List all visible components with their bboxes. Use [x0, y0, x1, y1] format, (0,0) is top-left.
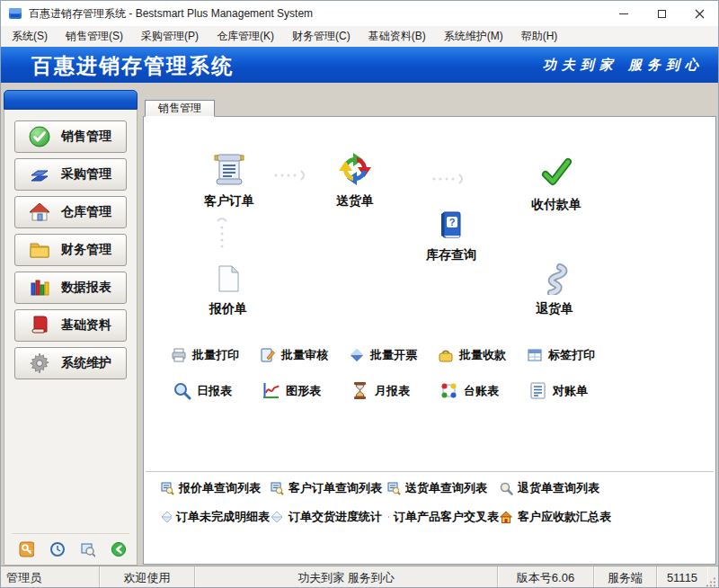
divider: [146, 471, 714, 472]
action-batch-collect[interactable]: 批量收款: [438, 347, 527, 363]
flow-inventory-query[interactable]: ? 库存查询: [408, 209, 494, 263]
link-label: 退货单查询列表: [518, 480, 599, 496]
action-graph-report[interactable]: 图形表: [262, 381, 351, 400]
status-server-mode: 服务端: [594, 566, 657, 588]
red-book-icon: [28, 314, 51, 337]
link-order-delivery-progress[interactable]: 订单交货进度统计: [270, 509, 386, 525]
flow-label: 库存查询: [408, 247, 494, 263]
action-ledger-report[interactable]: 台账表: [439, 381, 528, 400]
flow-label: 退货单: [511, 301, 598, 317]
tab-sales-management[interactable]: 销售管理: [145, 100, 215, 117]
svg-text:?: ?: [449, 217, 456, 227]
sidebar-item-maintenance[interactable]: 系统维护: [14, 347, 127, 379]
link-label: 报价单查询列表: [179, 480, 261, 496]
bar-chart-icon: [28, 276, 51, 299]
action-batch-audit[interactable]: 批量审核: [260, 347, 349, 363]
maximize-icon: [658, 10, 666, 18]
action-row-1: 批量打印 批量审核 批量开票 批量收款 标签打印: [171, 347, 616, 363]
link-order-product-customer-cross[interactable]: 订单产品客户交叉表: [386, 509, 499, 525]
maximize-button[interactable]: [643, 1, 680, 26]
link-label: 订单产品客户交叉表: [394, 509, 499, 525]
light-diamond-icon: [386, 510, 389, 524]
action-label: 台账表: [464, 383, 499, 399]
close-button[interactable]: [680, 1, 718, 26]
status-slogan: 功夫到家 服务到心: [195, 566, 498, 588]
yellow-purse-icon: [438, 347, 454, 363]
flow-quotation[interactable]: 报价单: [185, 263, 271, 317]
banner-slogan: 功夫到家 服务到心: [543, 57, 704, 74]
link-label: 客户应收款汇总表: [518, 509, 611, 525]
action-batch-invoice[interactable]: 批量开票: [349, 347, 438, 363]
sidebar-header-strip: [4, 90, 138, 110]
menu-bar: 系统(S) 销售管理(S) 采购管理(P) 仓库管理(K) 财务管理(C) 基础…: [1, 26, 718, 47]
light-diamond-icon: [160, 510, 172, 524]
sidebar-item-warehouse[interactable]: 仓库管理: [14, 196, 127, 228]
magnifier-small-icon: [499, 481, 513, 495]
clock-icon[interactable]: [49, 541, 65, 557]
minimize-icon: [619, 13, 628, 14]
link-customer-receivable-summary[interactable]: 客户应收款汇总表: [499, 509, 652, 525]
printer-icon: [171, 347, 187, 363]
action-label: 月报表: [375, 383, 410, 399]
menu-help[interactable]: 帮助(H): [512, 26, 567, 47]
link-unfinished-order-detail[interactable]: 订单未完成明细表: [160, 509, 270, 525]
menu-purchase[interactable]: 采购管理(P): [132, 26, 208, 47]
link-delivery-query-list[interactable]: 送货单查询列表: [386, 480, 499, 496]
resize-grip[interactable]: [706, 576, 716, 587]
flow-delivery-note[interactable]: 送货单: [312, 151, 398, 209]
action-daily-report[interactable]: 日报表: [173, 381, 262, 400]
action-statement[interactable]: 对账单: [528, 381, 617, 400]
tab-label: 销售管理: [158, 101, 201, 116]
menu-system[interactable]: 系统(S): [3, 26, 57, 47]
link-customer-order-query-list[interactable]: 客户订单查询列表: [270, 480, 386, 496]
menu-finance[interactable]: 财务管理(C): [283, 26, 360, 47]
flow-receipt-payment[interactable]: 收付款单: [513, 155, 599, 213]
action-label: 批量审核: [281, 347, 328, 363]
action-label: 图形表: [286, 383, 321, 399]
flow-return-note[interactable]: 退货单: [511, 263, 598, 317]
sidebar-item-basedata[interactable]: 基础资料: [14, 309, 127, 342]
action-row-2: 日报表 图形表 月报表 台账表 对账单: [173, 381, 617, 400]
links-row-1: 报价单查询列表 客户订单查询列表 送货单查询列表 退货单查询列表: [160, 480, 652, 496]
sidebar-item-reports[interactable]: 数据报表: [14, 272, 127, 304]
link-return-query-list[interactable]: 退货单查询列表: [499, 480, 652, 496]
scroll-document-icon: [211, 151, 247, 187]
gear-icon: [28, 352, 51, 375]
action-label: 日报表: [197, 383, 232, 399]
dotted-arrow-right-icon: [431, 173, 470, 185]
flow-label: 收付款单: [513, 197, 599, 213]
blue-diamond-icon: [349, 347, 365, 363]
sidebar-item-sales[interactable]: 销售管理: [14, 120, 127, 153]
search-list-icon: [386, 481, 401, 495]
sidebar-item-label: 财务管理: [61, 242, 111, 258]
action-monthly-report[interactable]: 月报表: [351, 381, 439, 400]
gray-ribbon-icon: [538, 263, 571, 295]
window-title: 百惠进销存管理系统 - Bestsmart Plus Management Sy…: [29, 6, 313, 22]
flow-label: 送货单: [312, 193, 398, 209]
action-label: 批量开票: [370, 347, 417, 363]
sidebar-toolbar: [12, 533, 129, 559]
back-icon[interactable]: [111, 541, 126, 557]
menu-warehouse[interactable]: 仓库管理(K): [208, 26, 283, 47]
menu-basedata[interactable]: 基础资料(B): [360, 26, 435, 47]
links-row-2: 订单未完成明细表 订单交货进度统计 订单产品客户交叉表 客户应收款汇总表: [160, 509, 652, 525]
menu-maintenance[interactable]: 系统维护(M): [435, 26, 512, 47]
minimize-button[interactable]: [605, 1, 643, 26]
action-batch-print[interactable]: 批量打印: [171, 347, 260, 363]
sidebar-item-purchase[interactable]: 采购管理: [14, 158, 127, 191]
action-label-print[interactable]: 标签打印: [527, 347, 616, 363]
sidebar-item-label: 采购管理: [61, 166, 111, 183]
flow-customer-order[interactable]: 客户订单: [186, 151, 272, 209]
line-chart-icon: [262, 381, 280, 400]
sidebar-item-finance[interactable]: 财务管理: [14, 234, 127, 266]
search-icon[interactable]: [80, 541, 95, 557]
key-icon[interactable]: [19, 541, 34, 557]
link-quote-query-list[interactable]: 报价单查询列表: [160, 480, 270, 496]
menu-sales[interactable]: 销售管理(S): [57, 26, 132, 47]
app-icon: [8, 6, 22, 21]
banner-title: 百惠进销存管理系统: [31, 52, 234, 80]
house-icon: [28, 200, 51, 224]
green-check-icon: [538, 155, 574, 191]
flow-label: 报价单: [185, 301, 271, 317]
table-icon: [527, 347, 543, 363]
